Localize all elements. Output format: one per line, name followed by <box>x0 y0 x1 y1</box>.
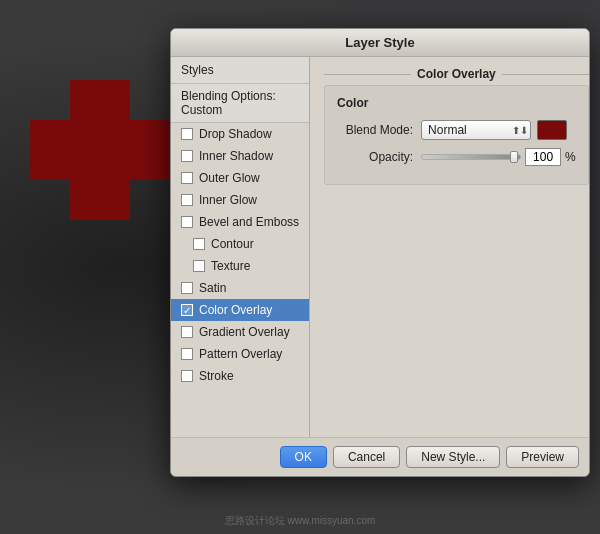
checkbox-stroke[interactable] <box>181 370 193 382</box>
label-bevel-emboss: Bevel and Emboss <box>199 215 299 229</box>
label-contour: Contour <box>211 237 254 251</box>
layer-style-dialog: Layer Style Styles Blending Options: Cus… <box>170 28 590 477</box>
opacity-input[interactable] <box>525 148 561 166</box>
checkbox-outer-glow[interactable] <box>181 172 193 184</box>
blending-options[interactable]: Blending Options: Custom <box>171 84 309 123</box>
section-title-color-overlay: Color Overlay <box>324 67 589 81</box>
opacity-label: Opacity: <box>337 150 413 164</box>
label-inner-shadow: Inner Shadow <box>199 149 273 163</box>
checkbox-pattern-overlay[interactable] <box>181 348 193 360</box>
checkbox-gradient-overlay[interactable] <box>181 326 193 338</box>
layer-item-outer-glow[interactable]: Outer Glow <box>171 167 309 189</box>
red-cross-shape <box>30 80 170 220</box>
layer-item-pattern-overlay[interactable]: Pattern Overlay <box>171 343 309 365</box>
layer-item-stroke[interactable]: Stroke <box>171 365 309 387</box>
label-color-overlay: Color Overlay <box>199 303 272 317</box>
layer-item-gradient-overlay[interactable]: Gradient Overlay <box>171 321 309 343</box>
label-inner-glow: Inner Glow <box>199 193 257 207</box>
cross-vertical <box>70 80 130 220</box>
checkbox-contour[interactable] <box>193 238 205 250</box>
layer-item-contour[interactable]: Contour <box>171 233 309 255</box>
checkbox-satin[interactable] <box>181 282 193 294</box>
left-panel: Styles Blending Options: Custom Drop Sha… <box>171 57 310 437</box>
layer-item-satin[interactable]: Satin <box>171 277 309 299</box>
checkbox-texture[interactable] <box>193 260 205 272</box>
dialog-title: Layer Style <box>345 35 414 50</box>
layer-item-color-overlay[interactable]: ✓ Color Overlay <box>171 299 309 321</box>
label-drop-shadow: Drop Shadow <box>199 127 272 141</box>
dialog-footer: OK Cancel New Style... Preview <box>171 437 589 476</box>
dialog-title-bar: Layer Style <box>171 29 589 57</box>
layer-item-inner-shadow[interactable]: Inner Shadow <box>171 145 309 167</box>
color-swatch[interactable] <box>537 120 567 140</box>
checkbox-inner-glow[interactable] <box>181 194 193 206</box>
layer-item-drop-shadow[interactable]: Drop Shadow <box>171 123 309 145</box>
blend-mode-row: Blend Mode: Normal Dissolve Multiply Scr… <box>337 120 576 140</box>
checkbox-inner-shadow[interactable] <box>181 150 193 162</box>
cancel-button[interactable]: Cancel <box>333 446 400 468</box>
label-stroke: Stroke <box>199 369 234 383</box>
ok-button[interactable]: OK <box>280 446 327 468</box>
watermark: 思路设计论坛 www.missyuan.com <box>225 514 376 528</box>
layer-effects-list: Drop Shadow Inner Shadow Outer Glow Inne… <box>171 123 309 437</box>
label-satin: Satin <box>199 281 226 295</box>
percent-label: % <box>565 150 576 164</box>
label-outer-glow: Outer Glow <box>199 171 260 185</box>
preview-button[interactable]: Preview <box>506 446 579 468</box>
new-style-button[interactable]: New Style... <box>406 446 500 468</box>
styles-header[interactable]: Styles <box>171 57 309 84</box>
checkbox-bevel-emboss[interactable] <box>181 216 193 228</box>
dialog-body: Styles Blending Options: Custom Drop Sha… <box>171 57 589 437</box>
blend-select-wrapper: Normal Dissolve Multiply Screen Overlay … <box>421 120 567 140</box>
opacity-slider[interactable] <box>421 154 521 160</box>
layer-item-bevel-emboss[interactable]: Bevel and Emboss <box>171 211 309 233</box>
slider-thumb <box>510 151 518 163</box>
color-section-title: Color <box>337 96 576 110</box>
blend-mode-select[interactable]: Normal Dissolve Multiply Screen Overlay <box>421 120 531 140</box>
right-panel: Color Overlay Color Blend Mode: Normal D… <box>310 57 590 437</box>
opacity-row: Opacity: % <box>337 148 576 166</box>
checkbox-drop-shadow[interactable] <box>181 128 193 140</box>
select-container: Normal Dissolve Multiply Screen Overlay … <box>421 120 531 140</box>
checkbox-color-overlay[interactable]: ✓ <box>181 304 193 316</box>
label-gradient-overlay: Gradient Overlay <box>199 325 290 339</box>
label-pattern-overlay: Pattern Overlay <box>199 347 282 361</box>
layer-item-inner-glow[interactable]: Inner Glow <box>171 189 309 211</box>
blend-mode-label: Blend Mode: <box>337 123 413 137</box>
layer-item-texture[interactable]: Texture <box>171 255 309 277</box>
color-section: Color Blend Mode: Normal Dissolve Multip… <box>324 85 589 185</box>
label-texture: Texture <box>211 259 250 273</box>
